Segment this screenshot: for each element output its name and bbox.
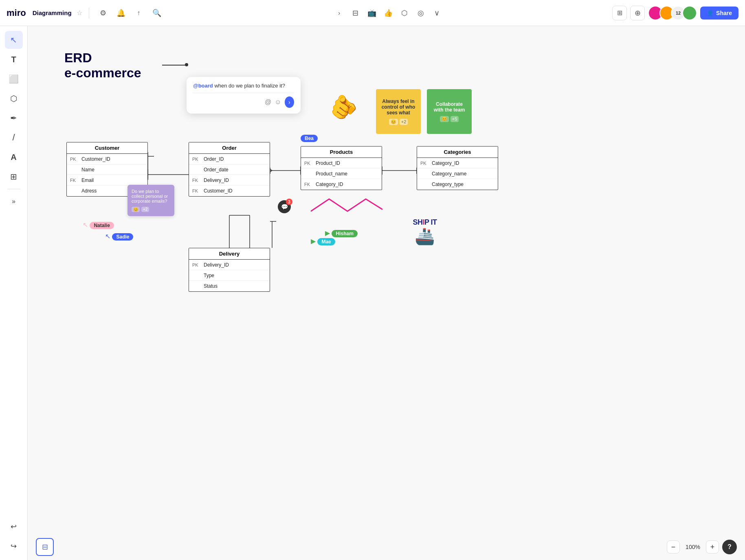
sidebar-separator: [7, 189, 20, 189]
categories-header: Categories: [417, 147, 498, 158]
add-view-button[interactable]: ⊕: [630, 6, 645, 20]
comment-input[interactable]: [193, 99, 262, 105]
like-button[interactable]: 👍: [381, 6, 396, 20]
share-icon: 👤: [707, 10, 714, 16]
ship-emoji: 🚢: [415, 227, 435, 246]
natalie-cursor: ↖ Natalie: [83, 221, 114, 229]
topbar-right: ⊞ ⊕ 12 👤 Share: [612, 6, 738, 20]
zoom-level: 100%: [683, 544, 703, 550]
sticky-purple[interactable]: Do we plan to collect personal or corpor…: [127, 185, 174, 216]
sticky-purple-text: Do we plan to collect personal or corpor…: [132, 189, 168, 203]
left-sidebar: ↖ T ⬜ ⬡ ✒ / A ⊞ » ↩ ↪: [0, 26, 28, 560]
delivery-row-2: Status: [189, 281, 270, 291]
notifications-button[interactable]: 🔔: [114, 6, 128, 20]
products-body: PK Product_ID Product_name FK Category_I…: [301, 158, 382, 190]
tool-text[interactable]: T: [5, 50, 23, 68]
order-row-3: FK Customer_ID: [189, 186, 270, 196]
filter-button[interactable]: ⊞: [612, 6, 627, 20]
bea-cursor: Bea: [301, 134, 318, 142]
mae-cursor-arrow: ▶: [311, 238, 316, 245]
delivery-row-1: Type: [189, 270, 270, 281]
undo-button[interactable]: ↩: [5, 518, 23, 536]
sticky-yellow[interactable]: Always feel in control of who sees what …: [376, 89, 421, 134]
products-header: Products: [301, 147, 382, 158]
mae-label: Mae: [317, 238, 335, 245]
categories-row-2: Category_type: [417, 179, 498, 190]
tool-shapes[interactable]: ⬡: [5, 90, 23, 107]
categories-row-1: Category_name: [417, 168, 498, 179]
canvas-area[interactable]: ERD e-commerce @board when do we plan to…: [28, 26, 745, 560]
board-button[interactable]: ⊟: [348, 6, 363, 20]
upload-button[interactable]: ↑: [132, 6, 146, 20]
present-button[interactable]: 📺: [365, 6, 379, 20]
bottom-left: ⊟: [36, 538, 54, 556]
panel-toggle-button[interactable]: ⊟: [36, 538, 54, 556]
order-row-0: PK Order_ID: [189, 154, 270, 164]
chat-circle: 💬 3: [278, 200, 291, 213]
sticky-yellow-text: Always feel in control of who sees what: [380, 98, 417, 116]
sticky-yellow-count: +2: [400, 119, 408, 125]
natalie-cursor-arrow: ↖: [83, 222, 88, 228]
order-row-1: Order_date: [189, 164, 270, 175]
sticky-yellow-footer: 😊 +2: [389, 119, 408, 125]
board-title: Diagramming: [33, 9, 72, 16]
sticky-green-text: Collaborate with the team: [431, 101, 468, 113]
table-products[interactable]: Products PK Product_ID Product_name FK C…: [301, 146, 382, 190]
erd-title: ERD e-commerce: [64, 50, 141, 81]
title-connector-line: [162, 65, 187, 66]
settings-button[interactable]: ⚙: [96, 6, 110, 20]
comment-input-row: @ ☺ ›: [193, 93, 294, 108]
sticky-purple-footer: 😊 +2: [132, 207, 170, 212]
reaction-button[interactable]: ☺: [275, 98, 281, 106]
emoji-button[interactable]: @: [265, 98, 271, 106]
more-center-button[interactable]: ∨: [430, 6, 444, 20]
products-row-0: PK Product_ID: [301, 158, 382, 168]
table-categories[interactable]: Categories PK Category_ID Category_name …: [417, 146, 498, 190]
sadie-cursor: ↖ Sadie: [105, 233, 133, 240]
hisham-cursor-arrow: ▶: [325, 230, 330, 236]
order-body: PK Order_ID Order_date FK Delivery_ID FK…: [189, 154, 270, 196]
miro-logo: miro: [7, 8, 26, 18]
sticky-purple-count: +2: [141, 207, 149, 212]
natalie-label: Natalie: [90, 222, 114, 229]
zoom-out-button[interactable]: −: [667, 540, 680, 553]
comment-text: @board when do we plan to finalize it?: [193, 83, 294, 89]
sticky-yellow-emoji: 😊: [389, 119, 398, 125]
chat-badge-count: 3: [286, 199, 292, 205]
sadie-cursor-arrow: ↖: [105, 233, 110, 240]
avatar-group: 12: [648, 6, 697, 20]
search-button[interactable]: 🔍: [149, 6, 164, 20]
redo-button[interactable]: ↪: [5, 537, 23, 555]
help-button[interactable]: ?: [722, 540, 737, 554]
table-order[interactable]: Order PK Order_ID Order_date FK Delivery…: [189, 142, 270, 197]
tool-pen[interactable]: ✒: [5, 109, 23, 127]
zigzag-drawing: [311, 195, 384, 219]
tool-text-format[interactable]: A: [5, 148, 23, 166]
bottom-bar: ⊟ − 100% + ?: [28, 534, 745, 560]
order-row-2: FK Delivery_ID: [189, 175, 270, 186]
sticky-green[interactable]: Collaborate with the team 😊 +5: [427, 89, 472, 134]
hisham-cursor: ▶ Hisham: [325, 230, 358, 237]
send-button[interactable]: ›: [285, 96, 294, 108]
chat-icon-badge[interactable]: 💬 3: [278, 200, 291, 213]
tool-line[interactable]: /: [5, 129, 23, 147]
tool-sticky[interactable]: ⬜: [5, 70, 23, 88]
delivery-body: PK Delivery_ID Type Status: [189, 260, 270, 291]
frames-button[interactable]: ›: [332, 6, 347, 20]
comment-body: when do we plan to finalize it?: [214, 83, 285, 89]
download-center-button[interactable]: ⬡: [397, 6, 412, 20]
share-button[interactable]: 👤 Share: [700, 7, 738, 20]
bea-label: Bea: [301, 135, 318, 142]
topbar-center-tools: › ⊟ 📺 👍 ⬡ ◎ ∨: [167, 6, 609, 20]
tool-more[interactable]: »: [5, 192, 23, 210]
topbar: miro Diagramming ☆ ⚙ 🔔 ↑ 🔍 › ⊟ 📺 👍 ⬡ ◎ ∨…: [0, 0, 745, 26]
zoom-in-button[interactable]: +: [706, 540, 719, 553]
comment-popup: @board when do we plan to finalize it? @…: [187, 77, 301, 114]
table-delivery[interactable]: Delivery PK Delivery_ID Type Status: [189, 248, 270, 292]
tool-frame[interactable]: ⊞: [5, 168, 23, 186]
tool-select[interactable]: ↖: [5, 31, 23, 49]
star-icon[interactable]: ☆: [77, 9, 82, 17]
order-header: Order: [189, 142, 270, 154]
timer-button[interactable]: ◎: [413, 6, 428, 20]
sticky-green-count: +5: [451, 116, 459, 122]
